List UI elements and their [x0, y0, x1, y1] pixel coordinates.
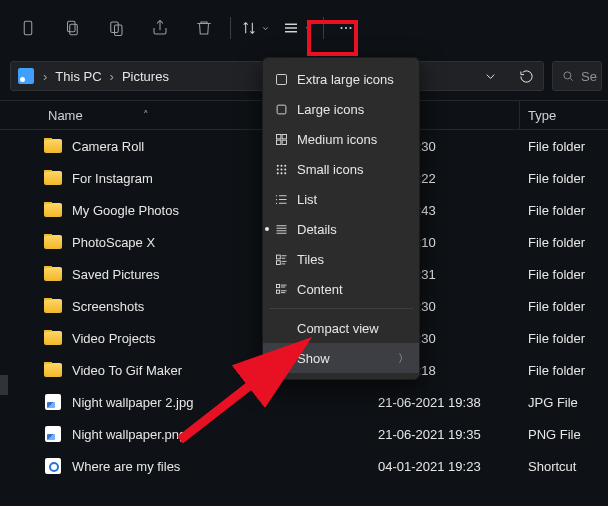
- breadcrumb-folder[interactable]: Pictures: [122, 69, 169, 84]
- view-button[interactable]: [276, 8, 319, 48]
- svg-rect-15: [282, 134, 286, 138]
- svg-rect-1: [68, 21, 76, 32]
- file-type: File folder: [520, 235, 608, 250]
- link-icon: [44, 458, 62, 474]
- file-type: File folder: [520, 267, 608, 282]
- file-name: For Instagram: [72, 171, 153, 186]
- svg-rect-13: [277, 105, 286, 114]
- file-type: JPG File: [520, 395, 608, 410]
- file-type: File folder: [520, 299, 608, 314]
- search-placeholder: Se: [581, 69, 597, 84]
- file-name: Night wallpaper 2.jpg: [72, 395, 193, 410]
- image-icon: [44, 426, 62, 442]
- svg-point-19: [280, 164, 282, 166]
- menu-item-small-icons[interactable]: Small icons: [263, 154, 419, 184]
- search-input[interactable]: Se: [552, 61, 602, 91]
- svg-rect-0: [24, 21, 32, 35]
- svg-rect-14: [276, 134, 280, 138]
- details-icon: [273, 222, 289, 237]
- tiles-icon: [273, 252, 289, 267]
- sort-indicator-icon: ˄: [143, 109, 149, 122]
- view-menu: Extra large icons Large icons Medium ico…: [262, 57, 420, 380]
- svg-point-30: [275, 195, 276, 196]
- delete-button[interactable]: [182, 8, 226, 48]
- svg-point-8: [340, 27, 342, 29]
- svg-rect-43: [276, 284, 279, 287]
- svg-rect-2: [70, 24, 78, 35]
- folder-icon: [44, 266, 62, 282]
- menu-item-medium-icons[interactable]: Medium icons: [263, 124, 419, 154]
- svg-point-23: [284, 168, 286, 170]
- image-icon: [44, 394, 62, 410]
- file-row[interactable]: Where are my files04-01-2021 19:23Shortc…: [0, 450, 608, 482]
- breadcrumb-root[interactable]: This PC: [55, 69, 101, 84]
- file-name: Video Projects: [72, 331, 156, 346]
- cut-button[interactable]: [6, 8, 50, 48]
- medium-icons-icon: [273, 132, 289, 147]
- menu-divider: [269, 308, 413, 309]
- folder-icon: [44, 138, 62, 154]
- more-button[interactable]: [328, 8, 364, 48]
- navigation-pane-edge: [0, 375, 8, 395]
- menu-item-compact-view[interactable]: Compact view: [263, 313, 419, 343]
- folder-icon: [44, 362, 62, 378]
- small-icons-icon: [273, 162, 289, 177]
- paste-button[interactable]: [94, 8, 138, 48]
- share-button[interactable]: [138, 8, 182, 48]
- copy-button[interactable]: [50, 8, 94, 48]
- file-type: Shortcut: [520, 459, 608, 474]
- file-row[interactable]: Night wallpaper 2.jpg21-06-2021 19:38JPG…: [0, 386, 608, 418]
- svg-rect-12: [276, 74, 286, 84]
- address-history-button[interactable]: [475, 62, 505, 90]
- svg-point-10: [349, 27, 351, 29]
- menu-item-details[interactable]: Details: [263, 214, 419, 244]
- svg-point-32: [275, 202, 276, 203]
- svg-rect-16: [276, 140, 280, 144]
- file-date: 21-06-2021 19:38: [370, 395, 520, 410]
- folder-icon: [44, 298, 62, 314]
- file-type: File folder: [520, 331, 608, 346]
- file-row[interactable]: Night wallpaper.png21-06-2021 19:35PNG F…: [0, 418, 608, 450]
- sort-button[interactable]: [235, 8, 276, 48]
- svg-rect-17: [282, 140, 286, 144]
- svg-point-9: [345, 27, 347, 29]
- file-date: 21-06-2021 19:35: [370, 427, 520, 442]
- svg-rect-37: [276, 255, 280, 259]
- folder-icon: [44, 202, 62, 218]
- folder-icon: [44, 234, 62, 250]
- file-name: Night wallpaper.png: [72, 427, 186, 442]
- menu-item-extra-large-icons[interactable]: Extra large icons: [263, 64, 419, 94]
- folder-icon: [44, 170, 62, 186]
- file-name: Where are my files: [72, 459, 180, 474]
- menu-item-content[interactable]: Content: [263, 274, 419, 304]
- file-type: File folder: [520, 363, 608, 378]
- svg-point-18: [276, 164, 278, 166]
- extra-large-icons-icon: [273, 72, 289, 87]
- content-icon: [273, 282, 289, 297]
- svg-point-11: [564, 72, 571, 79]
- file-date: 04-01-2021 19:23: [370, 459, 520, 474]
- file-type: File folder: [520, 203, 608, 218]
- toolbar-separator: [323, 17, 324, 39]
- pictures-library-icon: [17, 68, 35, 84]
- file-name: Screenshots: [72, 299, 144, 314]
- chevron-down-icon: [261, 21, 270, 36]
- menu-item-show[interactable]: Show 〉: [263, 343, 419, 373]
- menu-item-tiles[interactable]: Tiles: [263, 244, 419, 274]
- chevron-right-icon: 〉: [398, 351, 409, 366]
- chevron-right-icon: ›: [108, 69, 116, 84]
- file-type: File folder: [520, 171, 608, 186]
- svg-point-21: [276, 168, 278, 170]
- large-icons-icon: [273, 102, 289, 117]
- folder-icon: [44, 330, 62, 346]
- refresh-button[interactable]: [511, 62, 541, 90]
- svg-point-22: [280, 168, 282, 170]
- menu-item-list[interactable]: List: [263, 184, 419, 214]
- file-name: PhotoScape X: [72, 235, 155, 250]
- file-name: Camera Roll: [72, 139, 144, 154]
- menu-item-large-icons[interactable]: Large icons: [263, 94, 419, 124]
- svg-point-31: [275, 198, 276, 199]
- svg-point-24: [276, 172, 278, 174]
- column-header-type[interactable]: Type: [520, 101, 608, 129]
- file-type: File folder: [520, 139, 608, 154]
